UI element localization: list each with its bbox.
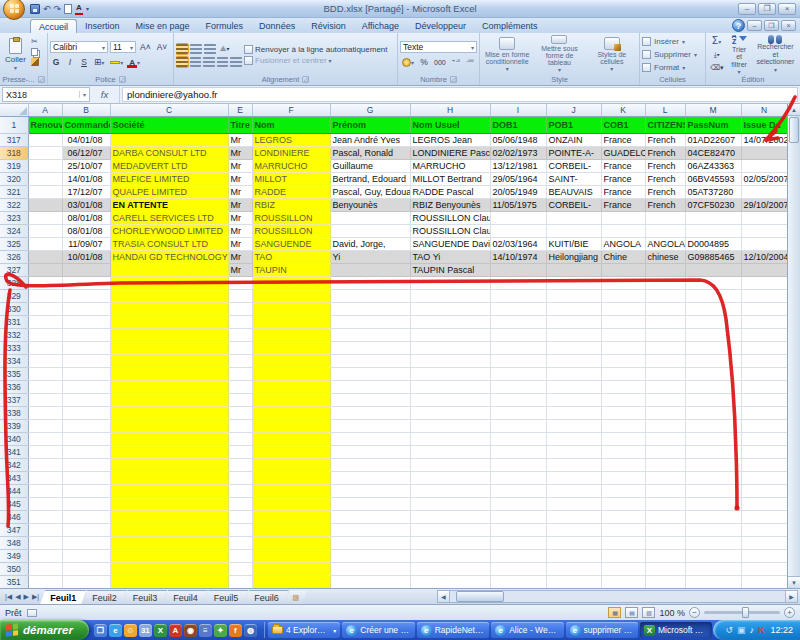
cell-M345[interactable] xyxy=(685,497,741,510)
cell-L349[interactable] xyxy=(645,549,685,562)
cell-A336[interactable] xyxy=(28,380,62,393)
cell-F323[interactable]: ROUSSILLON xyxy=(252,211,330,224)
row-header-338[interactable]: 338 xyxy=(0,406,28,419)
cell-J323[interactable] xyxy=(546,211,601,224)
row-header-317[interactable]: 317 xyxy=(0,133,28,146)
close-button[interactable]: × xyxy=(778,3,796,15)
cell-F336[interactable] xyxy=(252,380,330,393)
cell-K322[interactable]: France xyxy=(601,198,645,211)
cell-G339[interactable] xyxy=(330,419,410,432)
cell-C343[interactable] xyxy=(110,471,228,484)
redo-icon[interactable]: ↷ xyxy=(54,4,62,14)
cell-F343[interactable] xyxy=(252,471,330,484)
cell-A322[interactable] xyxy=(28,198,62,211)
cell-G329[interactable] xyxy=(330,289,410,302)
cell-M331[interactable] xyxy=(685,315,741,328)
cell-C334[interactable] xyxy=(110,354,228,367)
row-header-351[interactable]: 351 xyxy=(0,575,28,588)
column-header-B[interactable]: B xyxy=(62,104,110,116)
cell-E326[interactable]: Mr xyxy=(228,250,252,263)
cell-G322[interactable]: Benyounès xyxy=(330,198,410,211)
cell-H335[interactable] xyxy=(410,367,490,380)
cell-N333[interactable] xyxy=(741,341,787,354)
delete-cells-button[interactable]: Supprimer▾ xyxy=(642,49,703,61)
fx-icon[interactable]: fx xyxy=(90,86,120,103)
cell-K324[interactable] xyxy=(601,224,645,237)
cell-C326[interactable]: HANDAI GD TECHNOLOGY xyxy=(110,250,228,263)
cell-E321[interactable]: Mr xyxy=(228,185,252,198)
cell-J341[interactable] xyxy=(546,445,601,458)
header-cell-J1[interactable]: POB1 xyxy=(546,116,601,133)
cell-B332[interactable] xyxy=(62,328,110,341)
cell-C335[interactable] xyxy=(110,367,228,380)
cell-K326[interactable]: Chine xyxy=(601,250,645,263)
cell-G341[interactable] xyxy=(330,445,410,458)
cell-F345[interactable] xyxy=(252,497,330,510)
cell-C339[interactable] xyxy=(110,419,228,432)
orientation-icon[interactable]: ⟁▾ xyxy=(218,43,232,55)
acrobat-icon[interactable]: A xyxy=(169,624,182,637)
cell-I342[interactable] xyxy=(490,458,546,471)
cell-N337[interactable] xyxy=(741,393,787,406)
cell-L331[interactable] xyxy=(645,315,685,328)
ribbon-tab-insertion[interactable]: Insertion xyxy=(77,19,128,33)
accounting-format-icon[interactable]: ▾ xyxy=(400,56,416,68)
cell-H328[interactable] xyxy=(410,276,490,289)
cell-F327[interactable]: TAUPIN xyxy=(252,263,330,276)
align-left-icon[interactable] xyxy=(176,57,188,67)
cell-K327[interactable] xyxy=(601,263,645,276)
cell-N342[interactable] xyxy=(741,458,787,471)
cell-E346[interactable] xyxy=(228,510,252,523)
cell-K337[interactable] xyxy=(601,393,645,406)
cell-I329[interactable] xyxy=(490,289,546,302)
cell-G320[interactable]: Bertrand, Edouard xyxy=(330,172,410,185)
messenger-icon[interactable]: ☺ xyxy=(124,624,137,637)
cell-M347[interactable] xyxy=(685,523,741,536)
horizontal-scrollbar[interactable]: ◀ ▶ xyxy=(437,590,798,603)
cell-I330[interactable] xyxy=(490,302,546,315)
cell-C323[interactable]: CARELL SERVICES LTD xyxy=(110,211,228,224)
align-middle-icon[interactable] xyxy=(190,44,202,54)
column-header-A[interactable]: A xyxy=(28,104,62,116)
cell-L335[interactable] xyxy=(645,367,685,380)
cell-H336[interactable] xyxy=(410,380,490,393)
cell-F334[interactable] xyxy=(252,354,330,367)
cell-B322[interactable]: 03/01/08 xyxy=(62,198,110,211)
cell-J324[interactable] xyxy=(546,224,601,237)
cell-I337[interactable] xyxy=(490,393,546,406)
cell-I345[interactable] xyxy=(490,497,546,510)
cell-E345[interactable] xyxy=(228,497,252,510)
cell-I327[interactable] xyxy=(490,263,546,276)
row-header-326[interactable]: 326 xyxy=(0,250,28,263)
cell-A334[interactable] xyxy=(28,354,62,367)
cell-J319[interactable]: CORBEIL- xyxy=(546,159,601,172)
cell-N321[interactable] xyxy=(741,185,787,198)
workbook-restore-button[interactable]: ❐ xyxy=(764,20,779,31)
cell-N324[interactable] xyxy=(741,224,787,237)
cell-G350[interactable] xyxy=(330,562,410,575)
cell-H334[interactable] xyxy=(410,354,490,367)
cell-F339[interactable] xyxy=(252,419,330,432)
header-cell-L1[interactable]: CITIZENSH xyxy=(645,116,685,133)
cell-I320[interactable]: 29/05/1964 xyxy=(490,172,546,185)
merge-center-button[interactable]: Fusionner et centrer▾ xyxy=(244,56,395,65)
row-header-348[interactable]: 348 xyxy=(0,536,28,549)
cell-N347[interactable] xyxy=(741,523,787,536)
cell-N329[interactable] xyxy=(741,289,787,302)
cell-E343[interactable] xyxy=(228,471,252,484)
cell-K336[interactable] xyxy=(601,380,645,393)
cell-L342[interactable] xyxy=(645,458,685,471)
macro-record-icon[interactable] xyxy=(27,609,37,617)
cell-G334[interactable] xyxy=(330,354,410,367)
cell-J339[interactable] xyxy=(546,419,601,432)
msn-icon[interactable]: ✦ xyxy=(214,624,227,637)
cell-M317[interactable]: 01AD22607 xyxy=(685,133,741,146)
cell-C349[interactable] xyxy=(110,549,228,562)
cell-G351[interactable] xyxy=(330,575,410,588)
row-header-344[interactable]: 344 xyxy=(0,484,28,497)
cell-K335[interactable] xyxy=(601,367,645,380)
cell-B324[interactable]: 08/01/08 xyxy=(62,224,110,237)
cell-K342[interactable] xyxy=(601,458,645,471)
cell-B320[interactable]: 14/01/08 xyxy=(62,172,110,185)
ribbon-tab-compléments[interactable]: Compléments xyxy=(474,19,546,33)
